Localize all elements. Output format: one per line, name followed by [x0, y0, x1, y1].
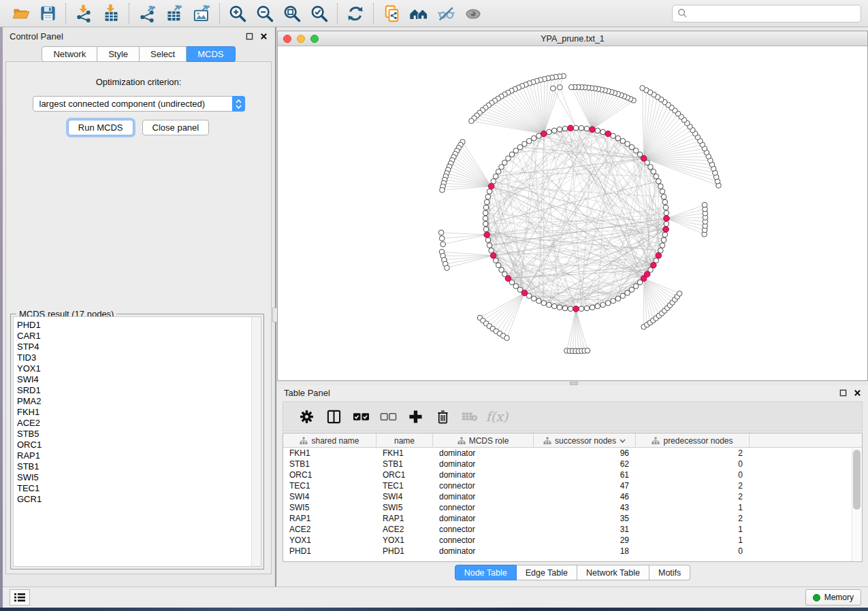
- cell-filler: [750, 448, 862, 459]
- apply-layout-button[interactable]: [342, 2, 369, 25]
- cell: 2: [636, 491, 750, 502]
- result-list-scrollbar[interactable]: [251, 317, 261, 566]
- export-image-button[interactable]: [188, 2, 215, 25]
- scrollbar-thumb[interactable]: [853, 450, 861, 510]
- save-session-button[interactable]: [34, 2, 61, 25]
- criterion-dropdown[interactable]: largest connected component (undirected): [33, 96, 245, 112]
- import-table-button[interactable]: [97, 2, 125, 25]
- result-item[interactable]: RAP1: [17, 450, 261, 461]
- table-row[interactable]: STB1STB1dominator620: [283, 459, 862, 469]
- column-header-predecessor-nodes[interactable]: predecessor nodes: [636, 433, 750, 448]
- result-item[interactable]: ORC1: [17, 440, 261, 450]
- table-row[interactable]: SWI4SWI4dominator462: [283, 491, 862, 502]
- fan-nodes[interactable]: [438, 73, 721, 354]
- open-file-button[interactable]: [7, 2, 34, 25]
- zoom-in-button[interactable]: [224, 2, 251, 25]
- tab-node-table[interactable]: Node Table: [455, 565, 517, 580]
- cell: TEC1: [283, 480, 376, 491]
- result-item[interactable]: STB5: [17, 429, 261, 440]
- result-item[interactable]: PHD1: [17, 320, 261, 331]
- delete-column-button[interactable]: [429, 404, 456, 429]
- table-row[interactable]: YOX1YOX1connector291: [283, 535, 862, 546]
- result-item[interactable]: STB1: [17, 461, 261, 472]
- result-item[interactable]: CAR1: [17, 331, 261, 342]
- copy-network-button[interactable]: [378, 2, 405, 25]
- import-network-button[interactable]: [70, 2, 97, 25]
- column-header-MCDS-role[interactable]: MCDS role: [433, 433, 534, 448]
- result-item[interactable]: SWI4: [17, 374, 261, 385]
- function-builder-button[interactable]: f(x): [483, 404, 511, 429]
- table-body[interactable]: FKH1FKH1dominator962STB1STB1dominator620…: [283, 448, 862, 557]
- close-panel-icon[interactable]: [854, 389, 861, 397]
- task-history-button[interactable]: [10, 589, 30, 606]
- tab-motifs[interactable]: Motifs: [649, 565, 690, 580]
- export-network-button[interactable]: [133, 2, 161, 25]
- tab-network[interactable]: Network: [42, 46, 97, 62]
- memory-button[interactable]: Memory: [805, 589, 861, 606]
- zoom-out-button[interactable]: [251, 2, 278, 25]
- cell: 1: [636, 535, 750, 546]
- search-box[interactable]: [672, 5, 861, 22]
- search-input[interactable]: [691, 8, 856, 18]
- result-item[interactable]: STP4: [17, 342, 261, 352]
- cell-filler: [750, 513, 862, 524]
- zoom-selected-button[interactable]: [306, 2, 333, 25]
- column-header-name[interactable]: name: [376, 433, 433, 448]
- export-table-button[interactable]: [161, 2, 188, 25]
- table-row[interactable]: ORC1ORC1dominator610: [283, 469, 862, 480]
- hierarchy-icon: [652, 437, 660, 445]
- deselect-all-columns-button[interactable]: [374, 404, 402, 429]
- cell: STB1: [283, 459, 376, 469]
- table-settings-button[interactable]: [293, 404, 320, 429]
- create-column-button[interactable]: [402, 404, 429, 429]
- zoom-fit-icon: [283, 4, 302, 23]
- table-row[interactable]: RAP1RAP1dominator352: [283, 513, 862, 524]
- hide-details-button[interactable]: [432, 2, 460, 25]
- column-header-successor-nodes[interactable]: successor nodes: [534, 433, 636, 448]
- first-neighbors-button[interactable]: [405, 2, 432, 25]
- table-row[interactable]: ACE2ACE2connector311: [283, 524, 862, 535]
- toolbar-separator: [219, 3, 220, 24]
- column-header-shared-name[interactable]: shared name: [283, 433, 376, 448]
- result-item[interactable]: SWI5: [17, 472, 261, 483]
- float-panel-icon[interactable]: [839, 389, 847, 397]
- network-window-titlebar[interactable]: YPA_prune.txt_1: [278, 31, 867, 46]
- table-row[interactable]: FKH1FKH1dominator962: [283, 448, 862, 459]
- show-details-button[interactable]: [460, 2, 487, 25]
- table-row[interactable]: SWI5SWI5connector431: [283, 502, 862, 513]
- mcds-result-list[interactable]: PHD1CAR1STP4TID3YOX1SWI4SRD1PMA2FKH1ACE2…: [13, 316, 261, 567]
- select-all-columns-button[interactable]: [347, 404, 374, 429]
- result-item[interactable]: TEC1: [17, 483, 261, 494]
- toolbar-separator: [373, 3, 374, 24]
- tab-select[interactable]: Select: [140, 46, 187, 62]
- result-item[interactable]: ACE2: [17, 418, 261, 429]
- network-view[interactable]: [278, 46, 867, 380]
- zoom-fit-button[interactable]: [278, 2, 306, 25]
- cell: PHD1: [376, 546, 433, 557]
- tab-style[interactable]: Style: [97, 46, 140, 62]
- result-item[interactable]: YOX1: [17, 363, 261, 374]
- table-vertical-scrollbar[interactable]: [852, 448, 862, 561]
- close-panel-button[interactable]: Close panel: [142, 120, 210, 135]
- tab-network-table[interactable]: Network Table: [577, 565, 649, 580]
- result-item[interactable]: TID3: [17, 352, 261, 363]
- table-row[interactable]: TEC1TEC1connector472: [283, 480, 862, 491]
- result-item[interactable]: GCR1: [17, 494, 261, 505]
- result-item[interactable]: PMA2: [17, 396, 261, 407]
- column-label: predecessor nodes: [663, 436, 733, 446]
- tab-mcds[interactable]: MCDS: [187, 46, 235, 62]
- float-panel-icon[interactable]: [246, 33, 253, 40]
- show-columns-button[interactable]: [320, 404, 347, 429]
- cell: 29: [534, 535, 636, 546]
- run-mcds-button[interactable]: Run MCDS: [68, 120, 133, 135]
- mcds-tab-content: Optimization criterion: largest connecte…: [5, 61, 272, 574]
- cell: 0: [636, 546, 750, 557]
- cell-filler: [750, 469, 862, 480]
- delete-table-button[interactable]: [456, 404, 483, 429]
- close-panel-icon[interactable]: [260, 33, 268, 40]
- table-row[interactable]: PHD1PHD1dominator180: [283, 546, 862, 557]
- result-item[interactable]: FKH1: [17, 407, 261, 418]
- tab-edge-table[interactable]: Edge Table: [517, 565, 577, 580]
- result-item[interactable]: SRD1: [17, 385, 261, 396]
- eye-icon: [464, 4, 483, 23]
